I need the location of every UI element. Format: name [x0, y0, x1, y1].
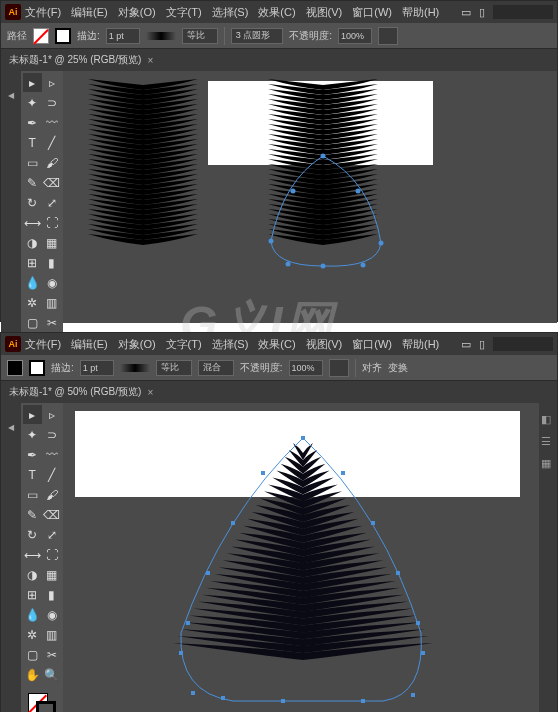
- close-icon[interactable]: ×: [147, 55, 153, 66]
- perspective-tool[interactable]: ▦: [43, 565, 62, 584]
- magic-wand-tool[interactable]: ✦: [23, 93, 42, 112]
- stroke-swatch[interactable]: [29, 360, 45, 376]
- line-tool[interactable]: ╱: [43, 133, 62, 152]
- menu-edit[interactable]: 编辑(E): [71, 337, 108, 352]
- menu-view[interactable]: 视图(V): [306, 5, 343, 20]
- symbol-sprayer-tool[interactable]: ✲: [23, 293, 42, 312]
- width-tool[interactable]: ⟷: [23, 545, 42, 564]
- menu-select[interactable]: 选择(S): [212, 5, 249, 20]
- menu-help[interactable]: 帮助(H): [402, 5, 439, 20]
- libraries-panel-icon[interactable]: ▦: [541, 457, 555, 471]
- menu-edit[interactable]: 编辑(E): [71, 5, 108, 20]
- layout-icon[interactable]: ▭: [461, 6, 471, 19]
- fill-stroke-indicator[interactable]: [28, 693, 56, 712]
- curvature-tool[interactable]: 〰: [43, 113, 62, 132]
- paintbrush-tool[interactable]: 🖌: [43, 153, 62, 172]
- stroke-swatch[interactable]: [55, 28, 71, 44]
- line-tool[interactable]: ╱: [43, 465, 62, 484]
- arrange-icon[interactable]: ▯: [479, 338, 485, 351]
- free-transform-tool[interactable]: ⛶: [43, 545, 62, 564]
- properties-panel-icon[interactable]: ◧: [541, 413, 555, 427]
- direct-selection-tool[interactable]: ▹: [43, 73, 62, 92]
- menu-effect[interactable]: 效果(C): [258, 5, 295, 20]
- stroke-preview[interactable]: [146, 32, 176, 40]
- stroke-style-dropdown[interactable]: 等比: [156, 360, 192, 376]
- direct-selection-tool[interactable]: ▹: [43, 405, 62, 424]
- menu-view[interactable]: 视图(V): [306, 337, 343, 352]
- align-label[interactable]: 对齐: [362, 361, 382, 375]
- gradient-tool[interactable]: ▮: [43, 585, 62, 604]
- paintbrush-tool[interactable]: 🖌: [43, 485, 62, 504]
- eraser-tool[interactable]: ⌫: [43, 173, 62, 192]
- menu-file[interactable]: 文件(F): [25, 337, 61, 352]
- gradient-tool[interactable]: ▮: [43, 253, 62, 272]
- eyedropper-tool[interactable]: 💧: [23, 605, 42, 624]
- transform-label[interactable]: 变换: [388, 361, 408, 375]
- eraser-tool[interactable]: ⌫: [43, 505, 62, 524]
- menu-file[interactable]: 文件(F): [25, 5, 61, 20]
- scale-tool[interactable]: ⤢: [43, 193, 62, 212]
- menu-type[interactable]: 文字(T): [166, 337, 202, 352]
- layout-icon[interactable]: ▭: [461, 338, 471, 351]
- stroke-style-dropdown[interactable]: 等比: [182, 28, 218, 44]
- arrange-icon[interactable]: ▯: [479, 6, 485, 19]
- selection-tool[interactable]: ▸: [23, 405, 42, 424]
- curvature-tool[interactable]: 〰: [43, 445, 62, 464]
- menu-object[interactable]: 对象(O): [118, 5, 156, 20]
- mesh-tool[interactable]: ⊞: [23, 253, 42, 272]
- rectangle-tool[interactable]: ▭: [23, 153, 42, 172]
- selection-path[interactable]: [263, 151, 403, 276]
- zoom-tool[interactable]: 🔍: [43, 665, 62, 684]
- shape-builder-tool[interactable]: ◑: [23, 565, 42, 584]
- menu-window[interactable]: 窗口(W): [352, 5, 392, 20]
- canvas[interactable]: [63, 403, 557, 712]
- artboard-tool[interactable]: ▢: [23, 645, 42, 664]
- blend-tool[interactable]: ◉: [43, 273, 62, 292]
- scale-tool[interactable]: ⤢: [43, 525, 62, 544]
- search-input[interactable]: [493, 337, 553, 351]
- opacity-input[interactable]: [338, 28, 372, 44]
- width-tool[interactable]: ⟷: [23, 213, 42, 232]
- fill-swatch[interactable]: [7, 360, 23, 376]
- hand-tool[interactable]: ✋: [23, 665, 42, 684]
- menu-effect[interactable]: 效果(C): [258, 337, 295, 352]
- canvas[interactable]: [63, 71, 557, 323]
- artwork-ribbed-large[interactable]: [163, 433, 443, 712]
- pen-tool[interactable]: ✒: [23, 113, 42, 132]
- selection-tool[interactable]: ▸: [23, 73, 42, 92]
- blend-tool[interactable]: ◉: [43, 605, 62, 624]
- pref-button[interactable]: [329, 359, 349, 377]
- pref-button[interactable]: [378, 27, 398, 45]
- blend-dropdown[interactable]: 混合: [198, 360, 234, 376]
- type-tool[interactable]: T: [23, 465, 42, 484]
- shape-builder-tool[interactable]: ◑: [23, 233, 42, 252]
- slice-tool[interactable]: ✂: [43, 313, 62, 332]
- artboard-tool[interactable]: ▢: [23, 313, 42, 332]
- symbol-sprayer-tool[interactable]: ✲: [23, 625, 42, 644]
- eyedropper-tool[interactable]: 💧: [23, 273, 42, 292]
- stroke-weight-input[interactable]: [80, 360, 114, 376]
- mesh-tool[interactable]: ⊞: [23, 585, 42, 604]
- opacity-input[interactable]: [289, 360, 323, 376]
- lasso-tool[interactable]: ⊃: [43, 93, 62, 112]
- rotate-tool[interactable]: ↻: [23, 193, 42, 212]
- free-transform-tool[interactable]: ⛶: [43, 213, 62, 232]
- collapse-arrow-icon[interactable]: ◀: [8, 91, 14, 100]
- slice-tool[interactable]: ✂: [43, 645, 62, 664]
- menu-window[interactable]: 窗口(W): [352, 337, 392, 352]
- close-icon[interactable]: ×: [147, 387, 153, 398]
- shaper-tool[interactable]: ✎: [23, 505, 42, 524]
- type-tool[interactable]: T: [23, 133, 42, 152]
- menu-help[interactable]: 帮助(H): [402, 337, 439, 352]
- rotate-tool[interactable]: ↻: [23, 525, 42, 544]
- stroke-preview[interactable]: [120, 364, 150, 372]
- layers-panel-icon[interactable]: ☰: [541, 435, 555, 449]
- fill-swatch[interactable]: [33, 28, 49, 44]
- magic-wand-tool[interactable]: ✦: [23, 425, 42, 444]
- collapse-arrow-icon[interactable]: ◀: [8, 423, 14, 432]
- graph-tool[interactable]: ▥: [43, 625, 62, 644]
- rectangle-tool[interactable]: ▭: [23, 485, 42, 504]
- document-tab[interactable]: 未标题-1* @ 50% (RGB/预览) ×: [9, 385, 153, 399]
- perspective-tool[interactable]: ▦: [43, 233, 62, 252]
- shaper-tool[interactable]: ✎: [23, 173, 42, 192]
